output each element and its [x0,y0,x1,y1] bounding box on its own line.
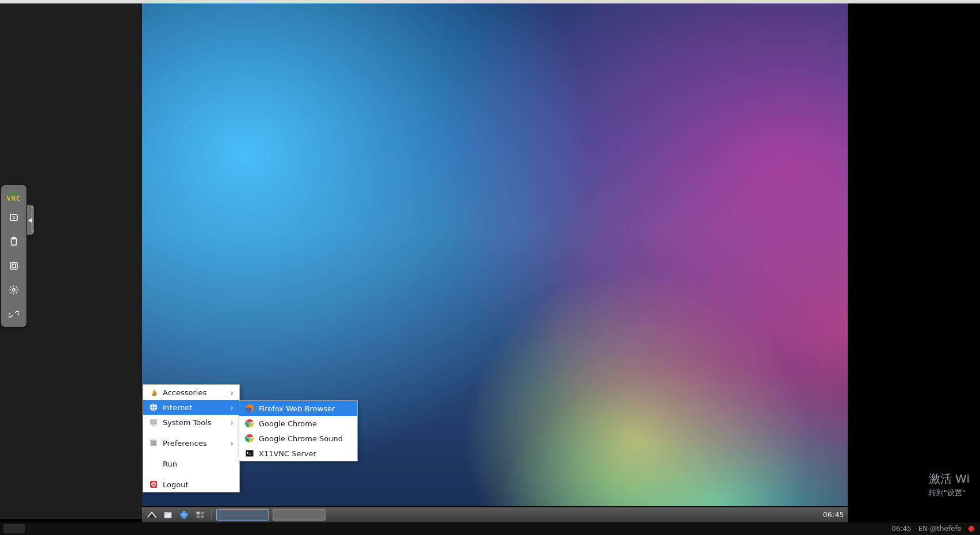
right-black-mask [848,3,980,519]
chrome-icon [245,434,254,443]
svg-rect-28 [201,512,204,515]
clipboard-icon [9,236,19,247]
menu-accessories[interactable]: Accessories [143,385,239,400]
internet-submenu: Firefox Web Browser Google Chrome Google… [239,400,358,461]
svg-rect-5 [12,264,16,268]
menu-preferences[interactable]: Preferences [143,435,239,450]
novnc-clipboard-button[interactable] [6,234,22,250]
menu-system-tools[interactable]: System Tools [143,415,239,430]
pager-icon [195,510,205,520]
prefs-icon [149,438,158,448]
submenu-chrome[interactable]: Google Chrome [239,416,357,431]
host-red-dot-icon[interactable] [968,526,974,532]
system-icon [149,418,158,427]
quicklaunch-pager[interactable] [194,509,206,521]
host-task-button[interactable] [3,524,25,533]
menu-logout[interactable]: Logout [143,477,239,492]
quicklaunch-files[interactable] [162,509,174,521]
chrome-icon [245,419,254,428]
svg-rect-30 [201,515,204,518]
start-menu: Accessories Internet System Tools Prefer… [143,384,240,492]
keyboard-key-icon: A [9,212,19,223]
menu-item-label: Internet [163,403,193,412]
svg-rect-9 [152,425,155,426]
svg-text:A: A [12,215,16,220]
host-clock: 06:45 [891,525,912,533]
globe-small-icon [179,510,189,520]
firefox-icon [245,404,254,413]
quicklaunch-browser[interactable] [178,509,190,521]
menu-item-label: System Tools [163,418,212,427]
taskbar-clock[interactable]: 06:45 [823,511,844,519]
taskbar-task-active[interactable] [216,509,269,521]
globe-icon [149,403,158,412]
novnc-extra-keys-button[interactable]: A [6,209,22,226]
novnc-logo: no VNC [7,190,21,201]
submenu-item-label: X11VNC Server [259,449,316,458]
empty-icon [149,459,158,468]
start-button[interactable] [146,509,158,521]
taskbar: 06:45 [142,507,848,522]
novnc-disconnect-button[interactable] [6,306,22,322]
svg-point-18 [249,423,251,425]
svg-point-6 [13,289,16,292]
host-right-text: EN @thefefe [918,525,962,533]
folder-icon [163,510,173,520]
fullscreen-icon [9,261,19,271]
gear-icon [9,285,19,295]
host-taskbar: 06:45 EN @thefefe [0,522,980,535]
menu-internet[interactable]: Internet [143,400,239,415]
taskbar-task[interactable] [273,509,326,521]
svg-rect-29 [197,515,200,518]
svg-rect-25 [164,513,168,514]
submenu-x11vnc[interactable]: X11VNC Server [239,446,357,461]
terminal-icon [245,449,254,458]
submenu-item-label: Google Chrome Sound [259,434,343,443]
submenu-item-label: Firefox Web Browser [259,404,335,413]
logout-icon [149,480,158,489]
novnc-fullscreen-button[interactable] [6,258,22,274]
menu-item-label: Run [163,460,177,468]
menu-item-label: Preferences [163,439,206,448]
menu-item-label: Logout [163,480,189,489]
novnc-sidebar: no VNC A [1,185,26,327]
svg-rect-8 [150,419,157,425]
svg-rect-13 [153,482,154,484]
novnc-collapse-handle[interactable]: ◀ [27,205,34,235]
svg-rect-23 [246,450,254,457]
novnc-settings-button[interactable] [6,282,22,298]
svg-rect-4 [10,262,17,269]
submenu-chrome-sound[interactable]: Google Chrome Sound [239,431,357,446]
taskbar-separator [211,510,212,520]
start-icon [147,510,157,520]
submenu-item-label: Google Chrome [259,419,317,428]
menu-item-label: Accessories [163,388,206,397]
svg-rect-27 [197,512,200,515]
link-broken-icon [9,309,19,319]
submenu-firefox[interactable]: Firefox Web Browser [239,401,357,416]
menu-run[interactable]: Run [143,456,239,471]
svg-point-22 [249,438,251,440]
graphics-icon [149,388,158,397]
